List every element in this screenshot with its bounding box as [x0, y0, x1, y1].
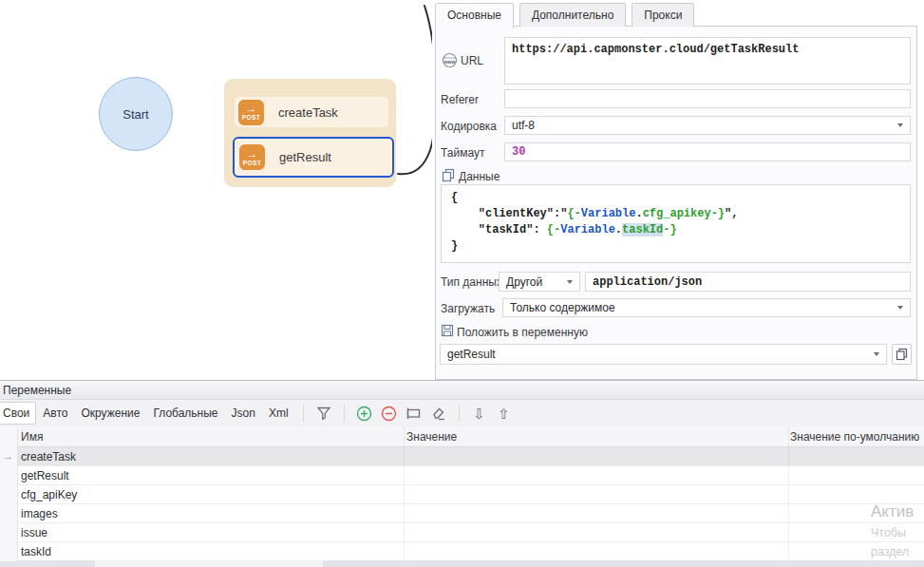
- variables-toolbar: Свои Авто Окружение Глобальные Json Xml: [0, 400, 924, 427]
- url-input[interactable]: https://api.capmonster.cloud/getTaskResu…: [504, 37, 911, 85]
- node-createTask[interactable]: → POST createTask: [235, 97, 388, 127]
- load-select[interactable]: Только содержимое: [502, 298, 911, 317]
- vars-tab-json[interactable]: Json: [225, 402, 262, 425]
- properties-panel: Основные Дополнительно Прокси www URL ht…: [432, 0, 924, 380]
- scrollbar-thumb[interactable]: [95, 560, 323, 567]
- copy-variable-button[interactable]: [892, 344, 912, 365]
- toolbar-separator: [459, 405, 460, 422]
- vars-tab-auto[interactable]: Авто: [36, 402, 74, 425]
- node-label: createTask: [278, 105, 338, 120]
- variables-panel: Переменные Свои Авто Окружение Глобальны…: [0, 380, 924, 567]
- table-row[interactable]: issue: [0, 523, 924, 542]
- toolbar-separator: [303, 405, 304, 422]
- data-code-box[interactable]: { "clientKey":"{-Variable.cfg_apikey-}",…: [441, 184, 911, 263]
- table-row[interactable]: createTask: [0, 447, 924, 466]
- referer-input[interactable]: [504, 89, 911, 108]
- clear-eraser-icon[interactable]: [426, 403, 451, 424]
- vars-tab-xml[interactable]: Xml: [262, 402, 295, 425]
- content-type-input[interactable]: application/json: [585, 272, 911, 292]
- post-arrow-icon: →: [247, 148, 258, 160]
- app-window: Start → POST createTask → POST getResult…: [0, 0, 924, 567]
- referer-label: Referer: [441, 93, 479, 106]
- tab-additional[interactable]: Дополнительно: [519, 3, 626, 27]
- vars-tab-environment[interactable]: Окружение: [74, 402, 146, 425]
- copy-icon: [896, 348, 908, 361]
- vars-tab-global[interactable]: Глобальные: [146, 402, 224, 425]
- tab-main[interactable]: Основные: [435, 3, 514, 28]
- variables-table: Имя Значение Значение по-умолчанию creat…: [0, 426, 924, 561]
- save-floppy-icon: [441, 324, 454, 341]
- variables-panel-title: Переменные: [0, 381, 924, 400]
- post-arrow-icon: →: [246, 103, 257, 114]
- horizontal-scrollbar[interactable]: [0, 560, 924, 567]
- encoding-label: Кодировка: [441, 120, 497, 133]
- column-header-default[interactable]: Значение по-умолчанию: [790, 430, 919, 444]
- url-label: URL: [461, 54, 483, 67]
- chevron-down-icon: [897, 123, 903, 127]
- post-method-icon: → POST: [239, 144, 265, 170]
- put-variable-select[interactable]: getResult: [440, 344, 887, 365]
- connector-line: [0, 0, 432, 380]
- column-header-name[interactable]: Имя: [21, 430, 43, 444]
- table-row[interactable]: images: [0, 504, 924, 523]
- add-variable-icon[interactable]: [352, 403, 377, 424]
- chevron-down-icon: [874, 352, 879, 356]
- globe-www-icon: www: [442, 52, 458, 72]
- start-node-label: Start: [123, 107, 148, 122]
- data-label: Данные: [459, 170, 500, 183]
- table-row[interactable]: taskId: [0, 542, 924, 561]
- data-type-select[interactable]: Другой: [499, 272, 580, 292]
- timeout-label: Таймаут: [441, 146, 484, 160]
- move-down-icon[interactable]: ⇩: [467, 403, 492, 424]
- filter-icon[interactable]: [311, 403, 336, 424]
- vars-tab-own[interactable]: Свои: [0, 402, 36, 425]
- column-divider: [404, 426, 405, 561]
- post-method-icon: → POST: [238, 100, 264, 125]
- data-type-label: Тип данных: [441, 275, 502, 289]
- toolbar-separator: [344, 405, 345, 422]
- table-row[interactable]: cfg_apiKey: [0, 485, 924, 504]
- svg-text:www: www: [443, 59, 456, 65]
- rename-variable-icon[interactable]: [402, 403, 426, 424]
- table-header: Имя Значение Значение по-умолчанию: [0, 426, 924, 447]
- tab-proxy[interactable]: Прокси: [632, 3, 694, 27]
- chevron-down-icon: [897, 306, 903, 310]
- load-label: Загружать: [441, 302, 495, 315]
- properties-tabs: Основные Дополнительно Прокси: [435, 3, 694, 27]
- put-variable-label: Положить в переменную: [457, 326, 588, 339]
- move-up-icon[interactable]: ⇧: [492, 403, 517, 424]
- table-row[interactable]: getResult: [0, 466, 924, 485]
- properties-page: www URL https://api.capmonster.cloud/get…: [435, 26, 917, 380]
- encoding-select[interactable]: utf-8: [504, 116, 911, 135]
- action-group[interactable]: → POST createTask → POST getResult: [224, 79, 396, 187]
- node-getResult-selected[interactable]: → POST getResult: [233, 137, 394, 178]
- start-node[interactable]: Start: [99, 77, 173, 151]
- node-label: getResult: [279, 150, 331, 164]
- timeout-input[interactable]: 30: [504, 142, 911, 161]
- column-header-value[interactable]: Значение: [406, 430, 457, 444]
- column-divider: [788, 426, 789, 561]
- chevron-down-icon: [567, 280, 573, 284]
- selected-row-arrow-icon: →: [3, 450, 13, 462]
- row-indicator-gutter: [0, 426, 18, 561]
- remove-variable-icon[interactable]: [377, 403, 402, 424]
- flow-canvas[interactable]: Start → POST createTask → POST getResult: [0, 0, 432, 380]
